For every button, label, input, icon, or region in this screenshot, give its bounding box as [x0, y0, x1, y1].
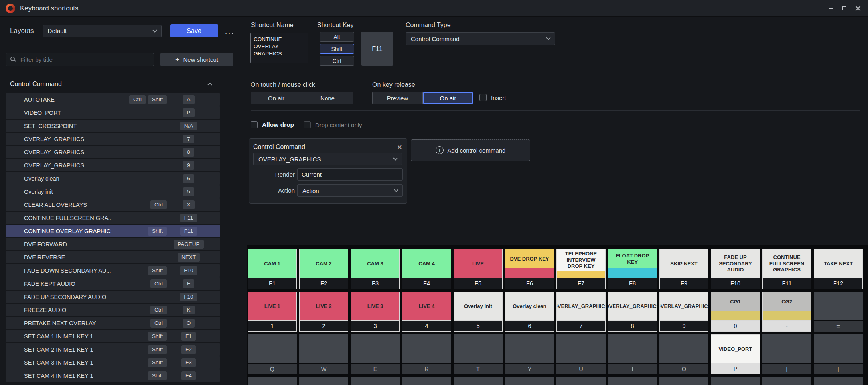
shortcut-list-item[interactable]: SET CAM 2 IN ME1 KEY 1 Shift F2 — [6, 343, 220, 356]
keyboard-key[interactable] — [814, 377, 863, 385]
keyboard-key[interactable]: = — [814, 292, 863, 332]
keyboard-key[interactable]: LIVE 1 1 — [248, 292, 297, 332]
on-key-release-onair-option[interactable]: On air — [423, 92, 473, 104]
shortcut-list-item[interactable]: FREEZE AUDIO Ctrl K — [6, 304, 220, 316]
keyboard-key[interactable]: T — [454, 334, 503, 374]
keyboard-key[interactable]: I — [608, 334, 657, 374]
shortcut-list-item[interactable]: CONTINUE OVERLAY GRAPHICS Shift F11 — [6, 225, 220, 237]
keyboard-key[interactable] — [454, 377, 503, 385]
more-options-button[interactable]: ... — [222, 24, 237, 37]
card-close-icon[interactable]: × — [397, 143, 402, 151]
keyboard-key[interactable]: ] — [814, 334, 863, 374]
search-input[interactable] — [6, 53, 154, 66]
keyboard-key[interactable]: LIVE 2 2 — [299, 292, 348, 332]
keyboard-key[interactable]: W — [299, 334, 348, 374]
modifier-ctrl-button[interactable]: Ctrl — [320, 56, 354, 66]
keyboard-key[interactable]: FADE UP SECONDARY AUDIO F10 — [711, 249, 760, 289]
keyboard-key[interactable] — [659, 377, 708, 385]
allow-drop-checkbox[interactable] — [251, 121, 258, 128]
render-input[interactable] — [297, 168, 403, 181]
keyboard-key[interactable]: LIVE 4 4 — [402, 292, 451, 332]
keyboard-key[interactable] — [556, 377, 606, 385]
add-control-command-button[interactable]: + Add control command — [411, 139, 530, 161]
keyboard-key[interactable] — [402, 377, 451, 385]
keyboard-key[interactable]: CAM 2 F2 — [299, 249, 348, 289]
shortcut-list-item[interactable]: SET CAM 4 IN ME1 KEY 1 Shift F4 — [6, 369, 220, 382]
keyboard-key[interactable]: [ — [762, 334, 811, 374]
shortcut-list-item[interactable]: OVERLAY_GRAPHICS 8 — [6, 146, 220, 158]
keyboard-key[interactable]: LIVE F5 — [454, 249, 503, 289]
keyboard-key[interactable] — [351, 377, 400, 385]
section-header-control-command[interactable]: Control Command — [6, 81, 241, 88]
shortcut-list-item[interactable]: CLEAR ALL OVERLAYS Ctrl X — [6, 198, 220, 211]
keyboard-key[interactable] — [248, 377, 297, 385]
keyboard-key[interactable]: O — [659, 334, 708, 374]
drop-content-only-checkbox[interactable] — [304, 121, 311, 128]
keyboard-key[interactable]: CAM 4 F4 — [402, 249, 451, 289]
shortcut-list-item[interactable]: FADE DOWN SECONDARY AU... Shift F10 — [6, 264, 220, 277]
action-select[interactable]: Action — [297, 184, 403, 197]
keyboard-key[interactable]: R — [402, 334, 451, 374]
keyboard-key[interactable] — [711, 377, 760, 385]
shortcut-name-input[interactable]: CONTINUE OVERLAY GRAPHICS — [250, 33, 308, 63]
minimize-icon[interactable] — [828, 6, 834, 11]
keyboard-key[interactable]: LIVE 3 3 — [351, 292, 400, 332]
shortcut-list-item[interactable]: SET_CROSSPOINT N/A — [6, 120, 220, 132]
keyboard-key[interactable]: SKIP NEXT F9 — [659, 249, 708, 289]
keyboard-key[interactable]: CG1 0 — [711, 292, 760, 332]
keyboard-key[interactable]: Overlay init 5 — [454, 292, 503, 332]
keyboard-key[interactable]: CAM 1 F1 — [248, 249, 297, 289]
keyboard-key[interactable]: CAM 3 F3 — [351, 249, 400, 289]
on-touch-none-option[interactable]: None — [302, 92, 353, 104]
keyboard-key[interactable]: Y — [505, 334, 554, 374]
shortcut-key-wrap: 9 — [167, 161, 211, 170]
save-button[interactable]: Save — [170, 24, 218, 37]
shortcut-list-item[interactable]: Overlay clean 6 — [6, 172, 220, 185]
shortcut-list-item[interactable]: PRETAKE NEXT OVERLAY Ctrl O — [6, 317, 220, 329]
shortcut-list-item[interactable]: Overlay init 5 — [6, 185, 220, 198]
shortcut-list-item[interactable]: OVERLAY_GRAPHICS 7 — [6, 133, 220, 145]
shortcut-list-item[interactable]: FADE KEPT AUDIO Ctrl F — [6, 277, 220, 290]
keyboard-key[interactable] — [299, 377, 348, 385]
shortcut-list-item[interactable]: SET CAM 3 IN ME1 KEY 1 Shift F3 — [6, 356, 220, 369]
keyboard-key[interactable]: E — [351, 334, 400, 374]
keyboard-key[interactable]: OVERLAY_GRAPHICS 7 — [556, 292, 606, 332]
close-icon[interactable] — [855, 6, 861, 11]
keyboard-key[interactable] — [505, 377, 554, 385]
keyboard-key[interactable]: Overlay clean 6 — [505, 292, 554, 332]
modifier-alt-button[interactable]: Alt — [320, 32, 354, 42]
layout-select[interactable]: Default — [43, 25, 162, 37]
keyboard-key[interactable]: OVERLAY_GRAPHICS 8 — [608, 292, 657, 332]
keyboard-key[interactable]: VIDEO_PORT P — [711, 334, 760, 374]
key-capture-box[interactable]: F11 — [361, 32, 393, 66]
shortcut-list-item[interactable]: DVE REVERSE NEXT — [6, 251, 220, 263]
modifier-shift-button[interactable]: Shift — [320, 44, 354, 54]
keyboard-key[interactable]: CG2 - — [762, 292, 811, 332]
keyboard-key[interactable] — [762, 377, 811, 385]
keyboard-key[interactable]: OVERLAY_GRAPHICS 9 — [659, 292, 708, 332]
control-command-select[interactable]: OVERLAY_GRAPHICS — [253, 153, 402, 165]
keyboard-key[interactable]: CONTINUE FULLSCREEN GRAPHICS F11 — [762, 249, 811, 289]
keyboard-key[interactable]: TAKE NEXT F12 — [814, 249, 863, 289]
shortcut-list-item[interactable]: FADE UP SECONDARY AUDIO F10 — [6, 291, 220, 303]
modifier-badge: Shift — [148, 371, 167, 380]
shortcut-list-item[interactable]: VIDEO_PORT P — [6, 106, 220, 119]
insert-checkbox[interactable] — [479, 94, 487, 101]
keyboard-key[interactable]: TELEPHONE INTERVIEW DROP KEY F7 — [556, 249, 606, 289]
shortcut-list-item[interactable]: DVE FORWARD PAGEUP — [6, 238, 220, 250]
shortcut-list-item[interactable]: AUTOTAKE CtrlShift A — [6, 93, 220, 106]
titlebar: Keyboard shortcuts — [0, 0, 868, 17]
keyboard-key[interactable]: U — [556, 334, 606, 374]
shortcut-list-item[interactable]: CONTINUE FULLSCREEN GRA... F11 — [6, 212, 220, 224]
maximize-icon[interactable] — [842, 6, 847, 11]
shortcut-list-item[interactable]: OVERLAY_GRAPHICS 9 — [6, 159, 220, 171]
on-key-release-preview-option[interactable]: Preview — [373, 92, 423, 104]
shortcut-list-item[interactable]: SET CAM 1 IN ME1 KEY 1 Shift F1 — [6, 330, 220, 342]
keyboard-key[interactable]: Q — [248, 334, 297, 374]
on-touch-onair-option[interactable]: On air — [251, 92, 302, 104]
new-shortcut-button[interactable]: + New shortcut — [160, 53, 233, 66]
command-type-select[interactable]: Control Command — [406, 32, 555, 45]
keyboard-key[interactable]: DVE DROP KEY F6 — [505, 249, 554, 289]
keyboard-key[interactable]: FLOAT DROP KEY F8 — [608, 249, 657, 289]
keyboard-key[interactable] — [608, 377, 657, 385]
